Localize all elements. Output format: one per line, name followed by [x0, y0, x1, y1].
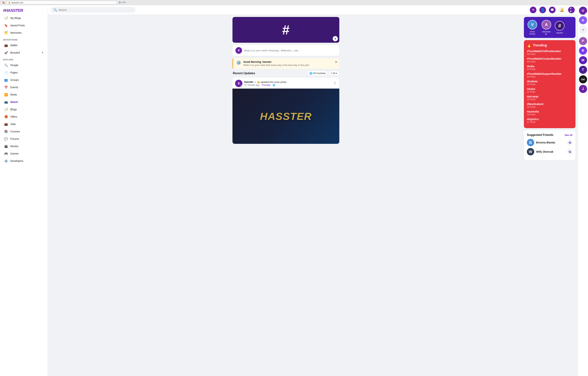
post-time: 37 minutes ago [244, 84, 259, 86]
brionna-name: Brionna Blanda [536, 141, 565, 144]
far-right-user-arrow[interactable]: ↗ [579, 26, 587, 34]
far-right-user-7[interactable]: J [579, 85, 587, 93]
search-bar[interactable]: 🔍 [51, 7, 136, 13]
search-input[interactable] [59, 9, 133, 11]
trending-item-5[interactable]: #dubai 21 Posts [527, 87, 573, 93]
trending-item-0[interactable]: #TrustWalletTollfreeNumber 56 Posts [527, 50, 573, 55]
sidebar-item-groups[interactable]: 👥 Groups [1, 76, 47, 84]
groups-icon: 👥 [4, 78, 8, 82]
trending-tag-3: #TrustWalletSupportNumber [527, 72, 573, 75]
far-right-user-2[interactable]: A [579, 16, 587, 24]
advertising-section-label: ADVERTISING [0, 36, 48, 42]
sidebar-item-saved-posts[interactable]: 🔖 Saved Posts [1, 22, 47, 29]
offers-label: Offers [10, 115, 17, 118]
sidebar-item-people[interactable]: 🔍 People [1, 62, 47, 69]
sidebar-item-memories[interactable]: 🗂️ Memories [1, 29, 47, 36]
trending-count-3: 30 Posts [527, 75, 573, 78]
trending-item-6[interactable]: #aircargo 20 Posts [527, 95, 573, 101]
trending-count-4: 24 Posts [527, 83, 573, 86]
reels-icon: ▶️ [4, 93, 8, 97]
crown-badge: 👑 [257, 81, 260, 84]
memories-label: Memories [10, 31, 21, 34]
hasster-story-name: hasster [556, 32, 563, 34]
logo[interactable]: #HASSTER [3, 8, 45, 13]
translate-link[interactable]: Translate [261, 84, 271, 86]
sidebar-item-events[interactable]: 📅 Events [1, 84, 47, 91]
forums-label: Forums [10, 137, 19, 140]
blogs-label: Blogs [10, 108, 17, 111]
willy-avatar: W [527, 148, 534, 156]
trending-title: Trending [533, 43, 547, 47]
story-vivek[interactable]: V Vivek Kumar [527, 20, 538, 35]
story-hasster[interactable]: # hasster [555, 21, 564, 34]
trending-tag-0: #TrustWalletTollfreeNumber [527, 50, 573, 53]
sidebar-item-boosted[interactable]: 🚀 Boosted ▼ [1, 49, 47, 56]
stories-card: V Vivek Kumar A Abhishek Aj.. # hasster [524, 17, 576, 38]
trending-item-8[interactable]: #australia 18 Posts [527, 110, 573, 116]
sidebar-item-offers[interactable]: 🎁 Offers [1, 113, 47, 120]
trending-item-9[interactable]: #logistics 17 Posts [527, 118, 573, 123]
jobs-label: Jobs [10, 123, 16, 125]
main-header: 🔍 + 👤 💬 🔔 # ▾ [48, 5, 578, 15]
trending-tag-6: #aircargo [527, 95, 573, 98]
banner-close-button[interactable]: ✕ [335, 60, 337, 64]
add-brionna-button[interactable] [567, 140, 573, 145]
far-right-user-smart[interactable]: SM [579, 75, 587, 84]
watch-icon: 📺 [4, 100, 8, 104]
far-right-user-6[interactable]: T [579, 66, 587, 74]
trending-item-1[interactable]: #TrustWalletContactNumber 42 Posts [527, 57, 573, 63]
trending-item-7[interactable]: #NewZealand 19 Posts [527, 103, 573, 108]
chevron-down-icon: ▾ [336, 72, 337, 74]
far-right-user-3[interactable]: P [579, 37, 587, 45]
sidebar-item-watch[interactable]: 📺 Watch [1, 98, 47, 105]
messages-button[interactable]: 💬 [549, 7, 556, 13]
post-more-button[interactable] [333, 81, 337, 86]
create-hashtag-button[interactable]: + [333, 36, 338, 41]
sidebar-item-courses[interactable]: 📚 Courses [1, 128, 47, 135]
country-filter[interactable]: 🌐 All Countries [307, 71, 327, 76]
trending-item-4[interactable]: #Kolkata 24 Posts [527, 80, 573, 86]
see-all-link[interactable]: See All [565, 134, 573, 136]
blogs-icon: 📝 [4, 107, 8, 111]
far-right-user-1[interactable]: U [579, 7, 587, 15]
trending-item-3[interactable]: #TrustWalletSupportNumber 30 Posts [527, 72, 573, 78]
sidebar-item-jobs[interactable]: 💼 Jobs [1, 121, 47, 128]
sidebar-item-blogs[interactable]: 📝 Blogs [1, 106, 47, 113]
sidebar-item-developers[interactable]: ⚙️ Developers [1, 157, 47, 164]
add-button[interactable]: + [530, 7, 536, 13]
all-filter[interactable]: ≡ All ▾ [329, 71, 339, 75]
post-author-info: hasster ✓ 👑 updated the cover photo 37 m… [244, 81, 286, 86]
sidebar-item-reels[interactable]: ▶️ Reels [1, 91, 47, 98]
suggested-friends-card: Suggested Friends See All B Brionna Blan… [524, 130, 576, 160]
far-right-sidebar: U A ↗ P R M T SM J [578, 5, 588, 376]
story-abhishek[interactable]: A Abhishek Aj.. [541, 20, 552, 35]
composer-input[interactable] [244, 49, 336, 52]
sidebar-item-my-blogs[interactable]: 📝 My Blogs [1, 15, 47, 21]
sidebar-item-wallet[interactable]: 💼 Wallet [1, 42, 47, 49]
hashtag-menu-button[interactable]: # ▾ [568, 7, 575, 13]
trending-item-2[interactable]: #India 32 Posts [527, 65, 573, 71]
hashtag-create-card[interactable]: # + [232, 17, 339, 43]
online-indicator [241, 85, 242, 87]
boosted-left: 🚀 Boosted [4, 51, 20, 55]
boosted-label: Boosted [10, 51, 20, 54]
notifications-button[interactable]: 🔔 [558, 7, 565, 13]
far-right-user-4[interactable]: R [579, 47, 587, 55]
vivek-name: Vivek Kumar [527, 31, 538, 35]
sidebar-item-forums[interactable]: 💬 Forums [1, 135, 47, 142]
trending-tag-4: #Kolkata [527, 80, 573, 83]
trending-header: 🔥 Trending [527, 43, 573, 48]
games-label: Games [10, 152, 19, 155]
add-willy-button[interactable] [567, 149, 573, 155]
url-bar[interactable]: 🔒 hassster.com [6, 1, 117, 4]
groups-label: Groups [10, 78, 19, 81]
trending-card: 🔥 Trending #TrustWalletTollfreeNumber 56… [524, 40, 576, 128]
far-right-user-5[interactable]: M [579, 56, 587, 64]
sidebar-item-pages[interactable]: 📄 Pages [1, 69, 47, 76]
sidebar-item-movies[interactable]: 🎬 Movies [1, 143, 47, 150]
sidebar-item-games[interactable]: 🎮 Games [1, 150, 47, 157]
friend-requests-button[interactable]: 👤 [539, 7, 546, 13]
trending-tag-9: #logistics [527, 118, 573, 121]
fire-icon: 🔥 [527, 43, 531, 48]
post-meta: 37 minutes ago · Translate · 🌐 [244, 84, 286, 86]
